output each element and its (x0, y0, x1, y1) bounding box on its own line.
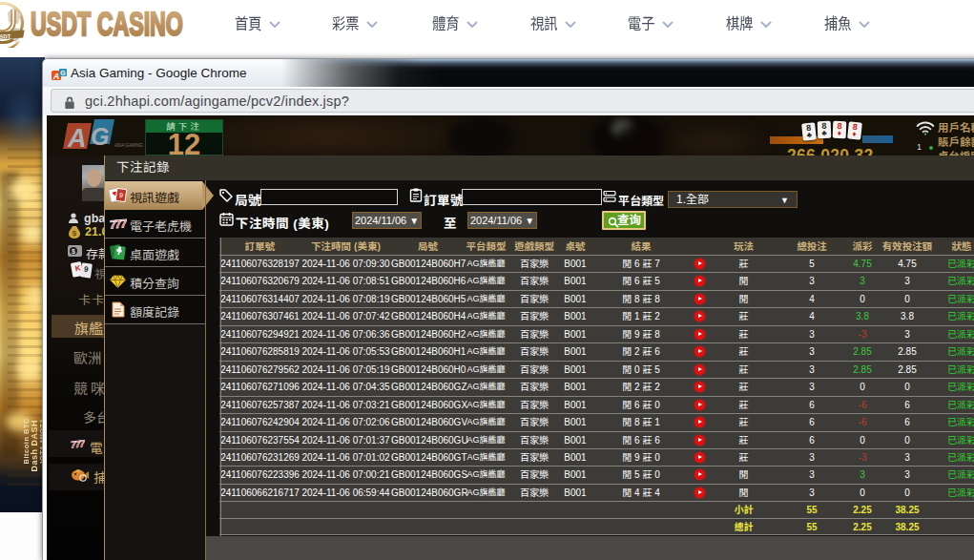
svg-text:$: $ (73, 229, 77, 238)
svg-text:777: 777 (71, 438, 85, 449)
svg-text:777: 777 (109, 217, 127, 232)
svg-text:A: A (52, 72, 60, 81)
svg-text:G: G (60, 70, 66, 76)
svg-text:G: G (91, 123, 109, 150)
svg-text:$: $ (72, 248, 75, 256)
svg-text:ASIA GAMING: ASIA GAMING (114, 143, 143, 148)
svg-text:USDT CASINO: USDT CASINO (31, 5, 183, 42)
svg-text:A: A (67, 124, 87, 153)
svg-text:USDT: USDT (0, 33, 11, 40)
